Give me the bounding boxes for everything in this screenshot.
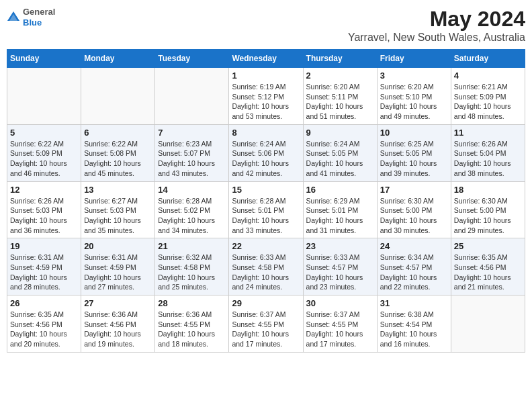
day-number: 11 [454, 128, 522, 138]
day-number: 7 [158, 128, 226, 138]
day-info: Sunrise: 6:26 AMSunset: 5:04 PMDaylight:… [454, 139, 522, 179]
calendar-cell [451, 295, 525, 353]
calendar-cell: 26Sunrise: 6:35 AMSunset: 4:56 PMDayligh… [7, 295, 81, 353]
header-row: Sunday Monday Tuesday Wednesday Thursday… [7, 50, 525, 68]
day-info: Sunrise: 6:34 AMSunset: 4:57 PMDaylight:… [380, 253, 448, 292]
day-info: Sunrise: 6:22 AMSunset: 5:09 PMDaylight:… [10, 139, 78, 179]
day-info: Sunrise: 6:33 AMSunset: 4:57 PMDaylight:… [306, 253, 374, 292]
calendar-cell [7, 68, 81, 125]
calendar-row-3: 12Sunrise: 6:26 AMSunset: 5:03 PMDayligh… [7, 181, 525, 238]
calendar-cell: 14Sunrise: 6:28 AMSunset: 5:02 PMDayligh… [155, 181, 229, 238]
day-info: Sunrise: 6:21 AMSunset: 5:09 PMDaylight:… [454, 82, 522, 122]
day-info: Sunrise: 6:33 AMSunset: 4:58 PMDaylight:… [232, 253, 300, 292]
col-thursday: Thursday [303, 50, 377, 68]
day-number: 20 [84, 241, 152, 251]
day-number: 24 [380, 241, 448, 251]
calendar-cell: 3Sunrise: 6:20 AMSunset: 5:10 PMDaylight… [377, 68, 451, 125]
calendar-cell: 23Sunrise: 6:33 AMSunset: 4:57 PMDayligh… [303, 238, 377, 295]
day-number: 12 [10, 185, 78, 195]
day-info: Sunrise: 6:24 AMSunset: 5:05 PMDaylight:… [306, 139, 374, 179]
day-number: 23 [306, 241, 374, 251]
day-number: 28 [158, 298, 226, 308]
day-number: 19 [10, 241, 78, 251]
calendar-row-4: 19Sunrise: 6:31 AMSunset: 4:59 PMDayligh… [7, 238, 525, 295]
day-number: 9 [306, 128, 374, 138]
title-block: May 2024 Yarravel, New South Wales, Aust… [348, 7, 525, 44]
day-info: Sunrise: 6:31 AMSunset: 4:59 PMDaylight:… [84, 253, 152, 292]
calendar-cell: 28Sunrise: 6:36 AMSunset: 4:55 PMDayligh… [155, 295, 229, 353]
calendar-cell: 17Sunrise: 6:30 AMSunset: 5:00 PMDayligh… [377, 181, 451, 238]
calendar-cell: 10Sunrise: 6:25 AMSunset: 5:05 PMDayligh… [377, 124, 451, 181]
calendar-table: Sunday Monday Tuesday Wednesday Thursday… [7, 49, 525, 353]
logo-text: General Blue [23, 7, 55, 28]
col-sunday: Sunday [7, 50, 81, 68]
day-number: 31 [380, 298, 448, 308]
calendar-cell: 9Sunrise: 6:24 AMSunset: 5:05 PMDaylight… [303, 124, 377, 181]
day-number: 3 [380, 71, 448, 81]
day-info: Sunrise: 6:31 AMSunset: 4:59 PMDaylight:… [10, 253, 78, 292]
calendar-body: 1Sunrise: 6:19 AMSunset: 5:12 PMDaylight… [7, 68, 525, 353]
day-info: Sunrise: 6:28 AMSunset: 5:01 PMDaylight:… [232, 196, 300, 236]
day-number: 15 [232, 185, 300, 195]
calendar-cell: 1Sunrise: 6:19 AMSunset: 5:12 PMDaylight… [229, 68, 303, 125]
day-info: Sunrise: 6:37 AMSunset: 4:55 PMDaylight:… [232, 310, 300, 349]
day-number: 5 [10, 128, 78, 138]
day-info: Sunrise: 6:35 AMSunset: 4:56 PMDaylight:… [10, 310, 78, 349]
logo-blue: Blue [23, 17, 55, 28]
calendar-cell: 27Sunrise: 6:36 AMSunset: 4:56 PMDayligh… [81, 295, 155, 353]
calendar-cell: 8Sunrise: 6:24 AMSunset: 5:06 PMDaylight… [229, 124, 303, 181]
calendar-row-5: 26Sunrise: 6:35 AMSunset: 4:56 PMDayligh… [7, 295, 525, 353]
calendar-cell: 4Sunrise: 6:21 AMSunset: 5:09 PMDaylight… [451, 68, 525, 125]
day-info: Sunrise: 6:36 AMSunset: 4:56 PMDaylight:… [84, 310, 152, 349]
calendar-cell: 15Sunrise: 6:28 AMSunset: 5:01 PMDayligh… [229, 181, 303, 238]
day-number: 10 [380, 128, 448, 138]
logo-general: General [23, 7, 55, 17]
day-number: 27 [84, 298, 152, 308]
calendar-cell: 16Sunrise: 6:29 AMSunset: 5:01 PMDayligh… [303, 181, 377, 238]
calendar-cell: 11Sunrise: 6:26 AMSunset: 5:04 PMDayligh… [451, 124, 525, 181]
day-number: 14 [158, 185, 226, 195]
calendar-cell: 25Sunrise: 6:35 AMSunset: 4:56 PMDayligh… [451, 238, 525, 295]
col-wednesday: Wednesday [229, 50, 303, 68]
calendar-cell: 7Sunrise: 6:23 AMSunset: 5:07 PMDaylight… [155, 124, 229, 181]
day-number: 29 [232, 298, 300, 308]
calendar-cell: 18Sunrise: 6:30 AMSunset: 5:00 PMDayligh… [451, 181, 525, 238]
day-info: Sunrise: 6:26 AMSunset: 5:03 PMDaylight:… [10, 196, 78, 236]
calendar-row-1: 1Sunrise: 6:19 AMSunset: 5:12 PMDaylight… [7, 68, 525, 125]
calendar-cell: 24Sunrise: 6:34 AMSunset: 4:57 PMDayligh… [377, 238, 451, 295]
day-info: Sunrise: 6:35 AMSunset: 4:56 PMDaylight:… [454, 253, 522, 292]
calendar-cell: 30Sunrise: 6:37 AMSunset: 4:55 PMDayligh… [303, 295, 377, 353]
calendar-cell: 20Sunrise: 6:31 AMSunset: 4:59 PMDayligh… [81, 238, 155, 295]
day-info: Sunrise: 6:37 AMSunset: 4:55 PMDaylight:… [306, 310, 374, 349]
page-title: May 2024 [348, 7, 525, 32]
day-number: 17 [380, 185, 448, 195]
page-subtitle: Yarravel, New South Wales, Australia [348, 32, 525, 44]
day-info: Sunrise: 6:20 AMSunset: 5:11 PMDaylight:… [306, 82, 374, 122]
day-info: Sunrise: 6:36 AMSunset: 4:55 PMDaylight:… [158, 310, 226, 349]
day-info: Sunrise: 6:38 AMSunset: 4:54 PMDaylight:… [380, 310, 448, 349]
day-number: 22 [232, 241, 300, 251]
day-number: 25 [454, 241, 522, 251]
page-header: General Blue May 2024 Yarravel, New Sout… [7, 7, 525, 44]
day-number: 16 [306, 185, 374, 195]
day-info: Sunrise: 6:30 AMSunset: 5:00 PMDaylight:… [380, 196, 448, 236]
day-number: 1 [232, 71, 300, 81]
day-info: Sunrise: 6:22 AMSunset: 5:08 PMDaylight:… [84, 139, 152, 179]
day-number: 30 [306, 298, 374, 308]
col-saturday: Saturday [451, 50, 525, 68]
day-info: Sunrise: 6:32 AMSunset: 4:58 PMDaylight:… [158, 253, 226, 292]
day-number: 4 [454, 71, 522, 81]
col-tuesday: Tuesday [155, 50, 229, 68]
calendar-cell: 29Sunrise: 6:37 AMSunset: 4:55 PMDayligh… [229, 295, 303, 353]
col-monday: Monday [81, 50, 155, 68]
calendar-cell: 12Sunrise: 6:26 AMSunset: 5:03 PMDayligh… [7, 181, 81, 238]
day-info: Sunrise: 6:27 AMSunset: 5:03 PMDaylight:… [84, 196, 152, 236]
calendar-header: Sunday Monday Tuesday Wednesday Thursday… [7, 50, 525, 68]
calendar-cell: 21Sunrise: 6:32 AMSunset: 4:58 PMDayligh… [155, 238, 229, 295]
day-info: Sunrise: 6:30 AMSunset: 5:00 PMDaylight:… [454, 196, 522, 236]
day-number: 26 [10, 298, 78, 308]
day-info: Sunrise: 6:20 AMSunset: 5:10 PMDaylight:… [380, 82, 448, 122]
calendar-cell [81, 68, 155, 125]
day-number: 13 [84, 185, 152, 195]
calendar-cell: 6Sunrise: 6:22 AMSunset: 5:08 PMDaylight… [81, 124, 155, 181]
